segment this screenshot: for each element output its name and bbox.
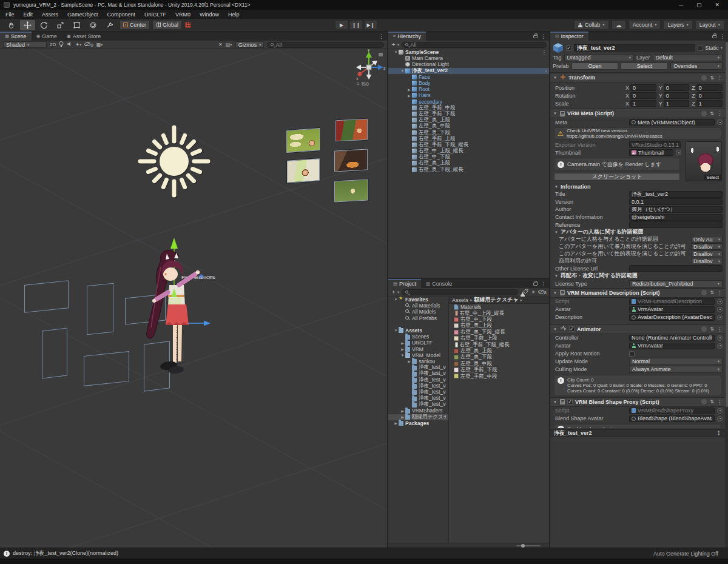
thumbnail-select-button[interactable]: Select xyxy=(704,175,721,180)
auto-lighting-status[interactable]: Auto Generate Lighting Off xyxy=(653,551,724,557)
expander-icon[interactable]: ▼ xyxy=(400,354,405,357)
project-tree-item[interactable]: ▶ 額縁用テクスチャ xyxy=(388,414,448,420)
project-tree-item[interactable]: All Models xyxy=(388,309,448,315)
other-license-field[interactable] xyxy=(629,265,723,272)
component-tools-icon[interactable]: ✕ xyxy=(218,42,223,47)
presets-icon[interactable]: ⇅ xyxy=(710,399,714,405)
hierarchy-item[interactable]: 左壁_手前_中段 xyxy=(388,105,549,111)
layout-dropdown[interactable]: Layout▾ xyxy=(695,20,724,30)
menu-item[interactable]: VRM0 xyxy=(175,12,190,18)
object-picker-icon[interactable] xyxy=(676,150,681,155)
pause-button[interactable]: ❙❙ xyxy=(349,20,363,30)
object-picker-icon[interactable] xyxy=(717,408,723,414)
thumbnail-size-slider[interactable] xyxy=(516,545,541,546)
menu-item[interactable]: GameObject xyxy=(67,12,98,18)
project-tree-item[interactable]: 浄夜_test_ver2.Te xyxy=(388,401,448,408)
play-button[interactable]: ▶ xyxy=(335,20,348,30)
expander-icon[interactable]: ▼ xyxy=(393,50,399,54)
permission-dropdown[interactable]: Only Au▾ xyxy=(691,236,723,243)
lock-icon[interactable] xyxy=(533,283,538,286)
hierarchy-create-button[interactable]: ＋▾ xyxy=(391,41,399,49)
framed-picture[interactable] xyxy=(286,128,320,153)
hierarchy-menu-icon[interactable]: ⋮ xyxy=(541,33,546,39)
project-tree-item[interactable]: ▶ Packages xyxy=(388,420,448,426)
root-motion-checkbox[interactable] xyxy=(629,351,635,357)
axis-x-field[interactable]: 0 xyxy=(630,92,656,99)
info-row-field[interactable]: 浄夜_test_ver2 xyxy=(629,191,723,198)
avatar-field[interactable]: VrmAvatar xyxy=(629,306,715,313)
2d-toggle[interactable]: 2D xyxy=(50,42,56,47)
framed-picture[interactable] xyxy=(335,119,368,142)
cloud-button[interactable]: ☁ xyxy=(612,20,626,30)
menu-item[interactable]: Help xyxy=(228,12,240,18)
minimize-icon[interactable]: ─ xyxy=(679,2,683,8)
animator-avatar-field[interactable]: VrmAvatar xyxy=(629,343,715,349)
menu-item[interactable]: Window xyxy=(200,12,219,18)
hierarchy-item[interactable]: 右壁_奥_上段 xyxy=(388,160,549,166)
prefab-overrides-dropdown[interactable]: Overrides▾ xyxy=(670,62,723,70)
component-menu-icon[interactable]: ⋮ xyxy=(717,110,723,116)
account-dropdown[interactable]: Account▾ xyxy=(629,20,661,30)
help-icon[interactable] xyxy=(701,399,707,405)
blendshape-avatar-field[interactable]: BlendShape (BlendShapeAvatar) xyxy=(629,415,715,422)
update-mode-dropdown[interactable]: Normal▾ xyxy=(629,358,723,365)
expander-icon[interactable]: ▶ xyxy=(400,415,405,419)
inspector-menu-icon[interactable]: ⋮ xyxy=(720,33,725,39)
component-menu-icon[interactable]: ⋮ xyxy=(717,290,723,296)
hierarchy-item[interactable]: ▼ SampleScene ⋮ xyxy=(388,49,549,55)
axis-x-field[interactable]: 1 xyxy=(630,100,656,107)
active-checkbox[interactable]: ✓ xyxy=(566,45,571,51)
directional-light-gizmo[interactable] xyxy=(135,122,214,201)
object-picker-icon[interactable] xyxy=(717,315,723,320)
tab-game[interactable]: ◉Game xyxy=(32,32,62,41)
license-type-dropdown[interactable]: Redistribution_Prohibited▾ xyxy=(629,280,723,287)
thumbnail-object-field[interactable]: Thumbnail xyxy=(629,149,673,156)
project-tree-item[interactable]: ▶ VRM xyxy=(388,346,448,352)
controller-field[interactable]: None (Runtime Animator Controller) xyxy=(629,335,715,341)
wireframe-frame[interactable] xyxy=(87,283,113,335)
object-picker-icon[interactable] xyxy=(717,416,723,421)
expander-icon[interactable]: ▶ xyxy=(406,93,412,98)
gizmos-dropdown[interactable]: Gizmos▾ xyxy=(235,41,265,48)
framed-picture[interactable] xyxy=(334,180,368,203)
vrm-blendshape-header[interactable]: ▼ ✓ VRM Blend Shape Proxy (Script) ⇅⋮ xyxy=(550,398,725,407)
object-picker-icon[interactable] xyxy=(717,343,723,349)
help-icon[interactable] xyxy=(701,290,707,295)
lighting-toggle-icon[interactable] xyxy=(59,41,64,49)
axis-z-field[interactable]: 1 xyxy=(696,100,723,107)
axis-y-field[interactable]: 1 xyxy=(664,100,690,107)
hierarchy-item[interactable]: 右壁_手前_上段 xyxy=(388,136,549,142)
camera-settings-dropdown[interactable]: ▤▾ xyxy=(226,42,232,47)
menu-item[interactable]: Assets xyxy=(42,12,58,18)
close-icon[interactable]: ✕ xyxy=(715,2,720,8)
rect-tool-icon[interactable] xyxy=(69,20,84,30)
scene-visibility-icon[interactable]: 0 xyxy=(84,42,93,48)
expander-icon[interactable]: ▶ xyxy=(400,409,405,413)
permission-dropdown[interactable]: Disallov▾ xyxy=(691,258,723,264)
static-toggle[interactable]: Static▾ xyxy=(698,45,723,51)
hierarchy-item[interactable]: 左壁_手前_下段 xyxy=(388,111,549,117)
hierarchy-item[interactable]: 左壁_奥_中段 xyxy=(388,123,549,129)
expander-icon[interactable]: ▶ xyxy=(393,421,399,425)
permission-dropdown[interactable]: Disallov▾ xyxy=(691,250,723,257)
axis-z-field[interactable]: 0 xyxy=(696,92,723,99)
tab-hierarchy[interactable]: ≡Hierarchy xyxy=(388,32,426,41)
screenshot-button[interactable]: スクリーンショット xyxy=(554,173,680,181)
scene-viewport[interactable]: FirstPersonOffset xyxy=(0,49,387,548)
favorites-star-icon[interactable]: ★ xyxy=(531,289,535,295)
transform-tool-icon[interactable] xyxy=(86,20,101,30)
asset-preview-bar[interactable]: 浄夜_test_ver2⋮ xyxy=(550,429,725,437)
component-menu-icon[interactable]: ⋮ xyxy=(717,399,723,405)
project-tree-item[interactable]: ▶ UniGLTF xyxy=(388,340,448,346)
description-field[interactable]: AvatarDescription (AvatarDescription) xyxy=(629,314,715,321)
expander-icon[interactable]: ▶ xyxy=(406,87,412,92)
presets-icon[interactable]: ⇅ xyxy=(710,326,714,332)
axis-x-field[interactable]: 0 xyxy=(630,84,656,91)
rotate-tool-icon[interactable] xyxy=(36,20,52,30)
info-row-field[interactable]: 0.0.1 xyxy=(629,198,723,205)
expander-icon[interactable]: ▼ xyxy=(393,298,399,301)
console-status-message[interactable]: destroy: 浄夜_test_ver2(Clone)(normalized) xyxy=(13,549,118,557)
tab-scene[interactable]: ▦Scene xyxy=(0,32,32,41)
vrm-character-model[interactable]: FirstPersonOffset xyxy=(130,237,215,382)
audio-toggle-icon[interactable] xyxy=(67,41,72,48)
